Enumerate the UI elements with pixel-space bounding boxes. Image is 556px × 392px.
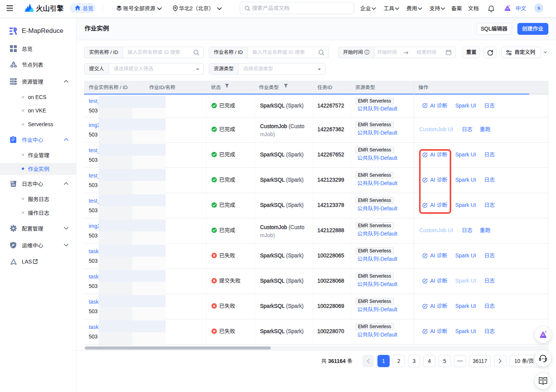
svg-text:LOG: LOG: [11, 182, 14, 183]
